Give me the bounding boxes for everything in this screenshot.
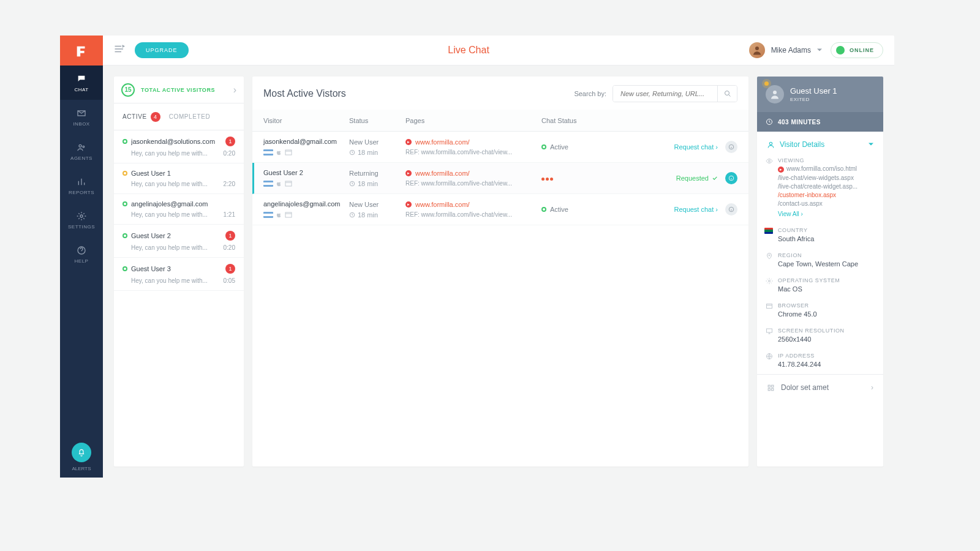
nav-inbox-label: INBOX: [73, 121, 89, 127]
svg-rect-27: [768, 388, 770, 390]
conversation-item[interactable]: Guest User 3 1 Hey, can you help me with…: [114, 258, 244, 291]
viewing-page[interactable]: /contact-us.aspx: [778, 200, 873, 207]
viewing-page[interactable]: /live-chat/create-widget.asp...: [778, 183, 873, 190]
chat-status-label: Active: [550, 206, 568, 213]
tab-active[interactable]: ACTIVE 4: [123, 112, 160, 122]
visitor-ref: REF: www.formilla.com/live-chat/view...: [405, 180, 541, 187]
chevron-down-icon: [817, 48, 822, 53]
gear-icon: [766, 277, 773, 285]
table-row[interactable]: jasonkendal@gmail.com New User 18 min ▸w…: [252, 132, 748, 163]
conversation-name: Guest User 3: [131, 265, 222, 272]
details-header: Guest User 1 EXITED: [757, 77, 883, 112]
topbar: UPGRADE Live Chat Mike Adams ONLINE: [103, 36, 894, 66]
apple-icon: [276, 180, 282, 187]
apple-icon: [276, 211, 282, 219]
viewing-page[interactable]: ▸www.formilla.com/iso.html: [778, 165, 873, 173]
info-button[interactable]: [725, 203, 737, 216]
link-dot-icon: ▸: [405, 139, 412, 145]
visitor-name: Guest User 1: [790, 86, 837, 96]
visitor-avatar: [766, 85, 784, 103]
info-button[interactable]: [725, 141, 737, 153]
conversation-list: jasonkendal@solutions.com 1 Hey, can you…: [114, 130, 244, 291]
nav-settings[interactable]: SETTINGS: [60, 203, 103, 237]
requested-label: Requested: [676, 174, 718, 182]
search-input[interactable]: [613, 86, 717, 102]
online-status[interactable]: ONLINE: [831, 42, 883, 58]
status-dot-icon: [541, 207, 546, 212]
chat-status-label: Active: [550, 143, 568, 151]
visitor-time: 18 min: [349, 211, 405, 219]
search-icon: [724, 90, 731, 97]
conversation-name: Guest User 1: [131, 170, 235, 177]
conversation-preview: Hey, can you help me with...: [131, 244, 220, 251]
unread-badge: 1: [225, 231, 235, 241]
status-dot-icon: [123, 201, 127, 206]
nav-inbox[interactable]: INBOX: [60, 100, 103, 134]
nav-reports[interactable]: REPORTS: [60, 168, 103, 203]
settings-icon: [77, 211, 86, 221]
monitor-icon: [766, 328, 773, 335]
browser-block: BROWSER Chrome 45.0: [757, 299, 883, 324]
user-menu[interactable]: Mike Adams: [749, 42, 822, 58]
region-block: REGION Cape Town, Western Cape: [757, 249, 883, 274]
nav-agents[interactable]: AGENTS: [60, 134, 103, 168]
details-section-toggle[interactable]: Visitor Details: [757, 132, 883, 154]
table-row[interactable]: Guest User 2 Returning 18 min ▸www.formi…: [252, 163, 748, 194]
conversation-item[interactable]: Guest User 2 1 Hey, can you help me with…: [114, 225, 244, 258]
region-label: REGION: [778, 252, 873, 258]
link-dot-icon: ▸: [405, 201, 412, 208]
nav-chat[interactable]: CHAT: [60, 66, 103, 100]
nav-chat-label: CHAT: [74, 87, 88, 92]
ip-block: IP ADDRESS 41.78.244.244: [757, 349, 883, 374]
brand-logo[interactable]: [60, 36, 103, 66]
request-chat-link[interactable]: Request chat ›: [674, 143, 718, 151]
visitor-url[interactable]: ▸www.formilla.com/: [405, 201, 541, 208]
ip-label: IP ADDRESS: [778, 353, 873, 359]
visitor-url[interactable]: ▸www.formilla.com/: [405, 170, 541, 177]
svg-rect-23: [767, 329, 772, 332]
window-icon: [285, 181, 292, 187]
info-button[interactable]: [725, 172, 737, 184]
conversation-time: 0:20: [224, 244, 235, 251]
table-row[interactable]: angelinajoles@gmail.com New User 18 min …: [252, 194, 748, 225]
window-icon: [766, 302, 773, 310]
viewing-page[interactable]: /live-chat/view-widgets.aspx: [778, 174, 873, 181]
inbox-icon: [77, 108, 86, 118]
tab-completed-label: COMPLETED: [169, 113, 211, 120]
nav-help[interactable]: HELP: [60, 237, 103, 271]
menu-toggle-icon[interactable]: [114, 45, 125, 56]
unread-badge: 1: [225, 137, 235, 146]
conversation-name: angelinajoles@gmail.com: [131, 200, 235, 208]
browser-label: BROWSER: [778, 302, 873, 309]
svg-point-1: [79, 144, 81, 147]
total-visitors-toggle[interactable]: 15 TOTAL ACTIVE VISITORS ›: [114, 77, 244, 103]
conversation-item[interactable]: jasonkendal@solutions.com 1 Hey, can you…: [114, 130, 244, 163]
screen-block: SCREEN RESOLUTION 2560x1440: [757, 324, 883, 349]
upgrade-button[interactable]: UPGRADE: [135, 42, 189, 58]
chevron-down-icon: [869, 142, 873, 147]
svg-point-19: [769, 160, 771, 162]
conversation-item[interactable]: angelinajoles@gmail.com Hey, can you hel…: [114, 194, 244, 225]
region-value: Cape Town, Western Cape: [778, 260, 873, 268]
view-all-link[interactable]: View All ›: [778, 211, 873, 217]
total-label: TOTAL ACTIVE VISITORS: [141, 87, 227, 93]
svg-point-6: [725, 91, 729, 96]
chevron-right-icon: ›: [233, 84, 236, 96]
collapsed-section[interactable]: Dolor set amet ›: [757, 374, 883, 400]
conversation-item[interactable]: Guest User 1 Hey, can you help me with..…: [114, 163, 244, 194]
conversation-preview: Hey, can you help me with...: [131, 277, 220, 284]
status-dot-icon: [123, 139, 127, 144]
help-icon: [77, 246, 86, 255]
request-chat-link[interactable]: Request chat ›: [674, 206, 718, 213]
tab-active-label: ACTIVE: [123, 113, 147, 120]
conversation-time: 0:05: [224, 277, 235, 284]
search-button[interactable]: [717, 86, 737, 102]
nav-alerts[interactable]: ALERTS: [60, 443, 103, 478]
eye-icon: [766, 157, 773, 165]
nav-help-label: HELP: [75, 258, 89, 264]
tab-completed[interactable]: COMPLETED: [169, 113, 211, 120]
viewing-page-active[interactable]: /customer-inbox.aspx: [778, 192, 873, 198]
os-value: Mac OS: [778, 285, 873, 293]
visitor-url[interactable]: ▸www.formilla.com/: [405, 138, 541, 146]
clock-icon: [349, 149, 355, 156]
